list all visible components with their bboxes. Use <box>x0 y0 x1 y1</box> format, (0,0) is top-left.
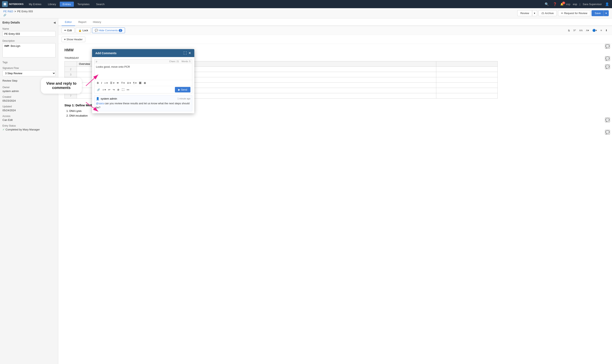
field-entry-status: Entry Status ✓ Completed by Mary Manager <box>2 124 56 131</box>
archive-button[interactable]: 🗃 Archive <box>538 10 557 16</box>
modal-body: p Chars: 21 Words: 5 Looks good, move on… <box>92 57 194 113</box>
format-toolbar-right: S̶ X² AA A▾ 🔵▾ ≡ ⬇ <box>567 28 609 33</box>
bullet-list-btn[interactable]: ≡ ▾ <box>103 81 109 85</box>
cell-5-2[interactable] <box>436 83 497 88</box>
italic-btn[interactable]: I <box>100 81 103 85</box>
cell-4-2[interactable] <box>436 77 497 83</box>
table-btn[interactable]: ⊞ <box>143 81 147 85</box>
modal-title: Add Comments <box>95 52 116 55</box>
send-button[interactable]: ▶ Send <box>175 87 190 92</box>
field-description: Description HWM Design <box>2 39 56 58</box>
save-button[interactable]: Save <box>592 10 604 16</box>
editor-toolbar: ✏ Edit 🔒 Lock 💬 Hide Comments 2 S̶ X² AA… <box>58 26 612 35</box>
comment-icon-1[interactable]: 💬 <box>605 44 610 49</box>
modal-expand-btn[interactable]: ⛶ <box>183 51 187 55</box>
nav-search[interactable]: Search <box>93 2 107 7</box>
breadcrumb: PE R&D > PE Entry 003 <box>3 10 33 13</box>
tab-report[interactable]: Report <box>75 18 90 26</box>
help-icon-btn[interactable]: ❓ <box>552 1 558 7</box>
text-format-btn[interactable]: T ▾ <box>120 81 126 85</box>
breadcrumb-left: PE R&D > PE Entry 003 🔗 <box>3 10 33 17</box>
request-for-review-button[interactable]: ✏ Request for Review <box>558 10 590 16</box>
redo-btn[interactable]: ↪ <box>112 88 116 92</box>
numbered-list-btn[interactable]: ☰ ▾ <box>109 81 115 85</box>
edit-label: Edit <box>67 29 72 32</box>
send-icon: ▶ <box>178 88 180 91</box>
access-label: Access <box>2 115 56 117</box>
comment-text-content: Looks good, move onto PCR <box>96 65 130 68</box>
comment-icon-2[interactable]: 💬 <box>605 56 610 61</box>
notification-bell[interactable]: 🔔7 <box>560 3 563 6</box>
align-btn[interactable]: ≡ ▾ <box>102 88 107 92</box>
paragraph-btn[interactable]: ¶ ▾ <box>132 81 137 85</box>
more-options-btn[interactable]: ••• <box>126 88 130 92</box>
tab-editor[interactable]: Editor <box>62 18 75 26</box>
comment-username: system admin <box>101 97 117 100</box>
undo-btn[interactable]: ↩ <box>107 88 111 92</box>
nav-library[interactable]: Library <box>45 2 59 7</box>
comment-mention: @sara <box>96 102 104 105</box>
nav-entries[interactable]: Entries <box>60 2 74 7</box>
comment-icon-5[interactable]: 💬 <box>605 130 610 135</box>
tooltip-text: View and reply to comments <box>46 81 77 90</box>
cell-3-2[interactable] <box>436 72 497 77</box>
marker-btn[interactable]: ✏ <box>116 81 120 85</box>
cell-7-2[interactable] <box>436 93 497 99</box>
comment-text-input[interactable]: Looks good, move onto PCR <box>94 64 192 80</box>
hide-comments-button[interactable]: 💬 Hide Comments 2 <box>92 28 125 33</box>
nav-templates[interactable]: Templates <box>75 2 92 7</box>
superscript-btn[interactable]: X² <box>572 28 577 33</box>
name-input[interactable] <box>2 31 56 37</box>
download-btn[interactable]: ⬇ <box>604 28 609 33</box>
app-name: NOTEBOOKS <box>9 3 24 5</box>
comment-icon-4[interactable]: 💬 <box>605 117 610 122</box>
lock-button[interactable]: 🔒 Lock <box>76 28 91 33</box>
image-btn[interactable]: 🖼 <box>138 81 142 85</box>
description-textarea[interactable]: HWM Design <box>2 43 56 57</box>
entry-status-label: Entry Status <box>2 124 56 127</box>
svg-rect-0 <box>4 3 6 5</box>
modal-close-btn[interactable]: ✕ <box>188 51 191 55</box>
nav-my-entries[interactable]: My Entries <box>26 2 44 7</box>
breadcrumb-bar: PE R&D > PE Entry 003 🔗 Review ▾ 🗃 Archi… <box>0 8 612 18</box>
list-item: DNA incubation <box>69 114 606 117</box>
table-header-num <box>65 61 77 67</box>
clear-format-btn[interactable]: ⊘ <box>116 88 120 92</box>
strikethrough-btn[interactable]: S̶ <box>567 28 571 33</box>
search-icon-btn[interactable]: 🔍 <box>544 1 550 7</box>
comment-user-info: 👤 system admin <box>96 97 117 100</box>
table-header-empty <box>436 61 497 67</box>
font-size-btn[interactable]: AA <box>578 28 584 33</box>
link-btn[interactable]: 🔗 <box>96 88 101 92</box>
format-tag: p <box>96 60 97 63</box>
row-num-7: 7 <box>65 93 77 99</box>
app-logo: NOTEBOOKS <box>2 1 24 7</box>
field-name: Name <box>2 27 56 37</box>
highlight-color-btn[interactable]: 🔵▾ <box>591 28 598 33</box>
review-dropdown-arrow[interactable]: ▾ <box>532 10 537 16</box>
save-dropdown-arrow[interactable]: ▾ <box>604 10 609 16</box>
edit-pencil-icon: ✏ <box>64 29 66 32</box>
show-header-button[interactable]: ▾ Show Header <box>62 37 85 42</box>
text-color-btn[interactable]: A ▾ <box>126 81 132 85</box>
field-tags: Tags <box>2 61 56 64</box>
edit-button[interactable]: ✏ Edit <box>62 28 75 33</box>
sidebar-collapse-btn[interactable]: ◀ <box>53 21 56 24</box>
align-btn[interactable]: ≡ <box>599 28 603 33</box>
tab-history[interactable]: History <box>90 18 104 26</box>
signature-select[interactable]: 3 Step Review <box>2 70 56 76</box>
cell-2-2[interactable] <box>436 67 497 72</box>
breadcrumb-parent[interactable]: PE R&D <box>3 10 13 13</box>
char-word-count: Chars: 21 Words: 5 <box>169 60 190 63</box>
expand-editor-btn[interactable]: ⛶ <box>121 88 125 92</box>
created-label: Created <box>2 95 56 98</box>
row-num-2: 2 <box>65 67 77 72</box>
comment-icon-3[interactable]: 💬 <box>605 65 610 69</box>
review-button[interactable]: Review <box>517 10 532 16</box>
font-color-btn[interactable]: A▾ <box>585 28 590 33</box>
sidebar-header: Entry Details ◀ <box>2 21 56 24</box>
bold-btn[interactable]: B <box>96 81 100 85</box>
updated-label: Updated <box>2 105 56 108</box>
cell-6-2[interactable] <box>436 88 497 93</box>
user-avatar[interactable]: 👤 <box>604 1 610 7</box>
